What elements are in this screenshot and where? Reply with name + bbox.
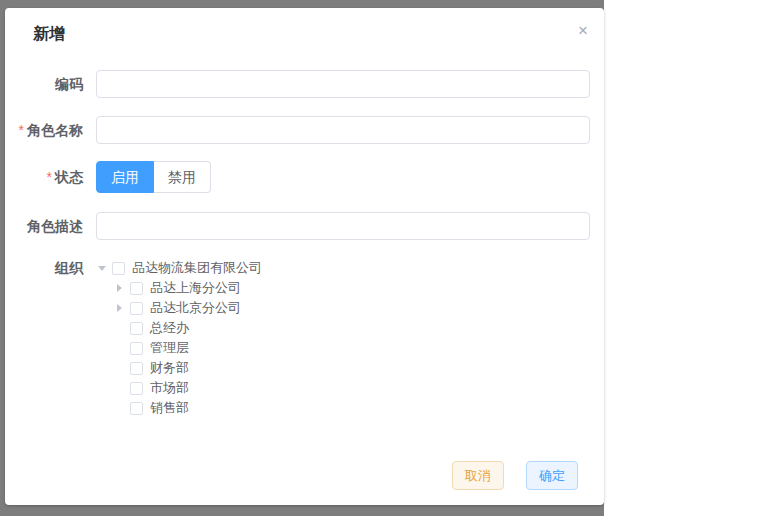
caret-spacer: [114, 403, 130, 413]
required-asterisk: *: [47, 169, 52, 185]
tree-node[interactable]: 品达物流集团有限公司: [96, 258, 262, 278]
status-option-enable[interactable]: 启用: [96, 161, 154, 193]
cancel-button[interactable]: 取消: [452, 461, 504, 490]
form-row-organization: 组织 品达物流集团有限公司 品达上海分公司 品达北京分公司: [5, 258, 595, 418]
required-asterisk: *: [19, 122, 24, 138]
tree-node[interactable]: 品达北京分公司: [114, 298, 262, 318]
tree-node-label[interactable]: 品达北京分公司: [150, 298, 241, 318]
caret-spacer: [114, 323, 130, 333]
form-row-code: 编码: [5, 69, 595, 99]
tree-node-label[interactable]: 品达物流集团有限公司: [132, 258, 262, 278]
form-row-description: 角色描述: [5, 211, 595, 241]
caret-spacer: [114, 343, 130, 353]
tree-node-label[interactable]: 品达上海分公司: [150, 278, 241, 298]
code-label-text: 编码: [55, 76, 83, 92]
tree-node[interactable]: 品达上海分公司: [114, 278, 262, 298]
confirm-button[interactable]: 确定: [526, 461, 578, 490]
caret-right-icon[interactable]: [114, 303, 130, 313]
tree-node[interactable]: 销售部: [114, 398, 262, 418]
organization-label-text: 组织: [55, 260, 83, 276]
tree-checkbox[interactable]: [130, 282, 143, 295]
caret-right-icon[interactable]: [114, 283, 130, 293]
code-label: 编码: [5, 74, 83, 94]
tree-checkbox[interactable]: [130, 322, 143, 335]
add-role-dialog: 新增 × 编码 *角色名称 *状态 启用 禁用: [5, 8, 604, 505]
description-label-text: 角色描述: [27, 218, 83, 234]
form-row-role-name: *角色名称: [5, 115, 595, 145]
tree-checkbox[interactable]: [130, 362, 143, 375]
close-icon[interactable]: ×: [572, 20, 594, 42]
status-label-text: 状态: [55, 169, 83, 185]
tree-checkbox[interactable]: [130, 302, 143, 315]
form-row-status: *状态 启用 禁用: [5, 161, 595, 193]
organization-tree: 品达物流集团有限公司 品达上海分公司 品达北京分公司 总经办: [96, 258, 262, 418]
dimmed-page-overlay: 新增 × 编码 *角色名称 *状态 启用 禁用: [0, 0, 604, 516]
dialog-footer: 取消 确定: [452, 461, 578, 490]
caret-spacer: [114, 383, 130, 393]
tree-node-label[interactable]: 财务部: [150, 358, 189, 378]
caret-down-icon[interactable]: [96, 263, 112, 273]
status-label: *状态: [5, 167, 83, 187]
organization-label: 组织: [5, 258, 83, 278]
tree-node[interactable]: 管理层: [114, 338, 262, 358]
tree-node-label[interactable]: 市场部: [150, 378, 189, 398]
dialog-title: 新增: [33, 24, 65, 44]
tree-checkbox[interactable]: [112, 262, 125, 275]
description-input[interactable]: [96, 212, 590, 240]
caret-spacer: [114, 363, 130, 373]
status-option-disable[interactable]: 禁用: [154, 161, 211, 193]
tree-node[interactable]: 市场部: [114, 378, 262, 398]
role-name-label: *角色名称: [5, 120, 83, 140]
role-name-label-text: 角色名称: [27, 122, 83, 138]
status-radio-group: 启用 禁用: [96, 161, 211, 193]
tree-checkbox[interactable]: [130, 382, 143, 395]
tree-checkbox[interactable]: [130, 402, 143, 415]
tree-node-label[interactable]: 销售部: [150, 398, 189, 418]
role-name-input[interactable]: [96, 116, 590, 144]
tree-checkbox[interactable]: [130, 342, 143, 355]
tree-node[interactable]: 总经办: [114, 318, 262, 338]
tree-node[interactable]: 财务部: [114, 358, 262, 378]
tree-node-label[interactable]: 总经办: [150, 318, 189, 338]
tree-node-label[interactable]: 管理层: [150, 338, 189, 358]
description-label: 角色描述: [5, 216, 83, 236]
code-input[interactable]: [96, 70, 590, 98]
